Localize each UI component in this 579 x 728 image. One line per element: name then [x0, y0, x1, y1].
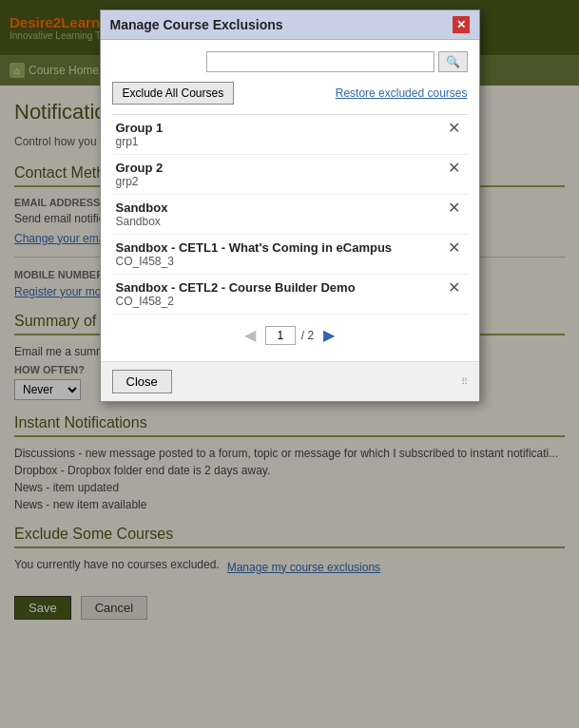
modal-search-input[interactable] [206, 51, 434, 72]
exclusion-remove-1-button[interactable]: ✕ [444, 161, 464, 176]
restore-link[interactable]: Restore excluded courses [336, 86, 468, 100]
modal-pagination: ◀ / 2 ▶ [112, 315, 468, 350]
modal-footer: Close ⠿ [101, 361, 479, 401]
exclusion-item-1-text: Group 2 grp2 [116, 161, 444, 188]
exclusion-item-4-text: Sandbox - CETL2 - Course Builder Demo CO… [116, 280, 444, 308]
modal-search-button[interactable]: 🔍 [438, 51, 468, 72]
page-total: / 2 [301, 329, 314, 342]
exclusion-item-2-id: Sandbox [116, 215, 444, 228]
modal-overlay: Manage Course Exclusions ✕ 🔍 Exclude All… [0, 0, 579, 728]
exclusion-item-4-name: Sandbox - CETL2 - Course Builder Demo [116, 280, 444, 295]
exclusion-item-0-text: Group 1 grp1 [116, 121, 444, 148]
exclusion-item-3-text: Sandbox - CETL1 - What's Coming in eCamp… [116, 240, 444, 268]
exclusion-item-3: Sandbox - CETL1 - What's Coming in eCamp… [112, 235, 468, 275]
exclusion-item-2: Sandbox Sandbox ✕ [112, 195, 468, 235]
exclusion-item-3-name: Sandbox - CETL1 - What's Coming in eCamp… [116, 240, 444, 255]
exclusion-item-2-name: Sandbox [116, 201, 444, 215]
modal-search-row: 🔍 [112, 51, 468, 72]
exclusion-item-3-id: CO_I458_3 [116, 255, 444, 268]
modal-title-bar: Manage Course Exclusions ✕ [101, 10, 479, 40]
exclusion-item-0-id: grp1 [116, 135, 444, 148]
exclusion-item-4-id: CO_I458_2 [116, 295, 444, 308]
modal-footer-inner: Close ⠿ [112, 370, 468, 393]
exclusion-list: Group 1 grp1 ✕ Group 2 grp2 ✕ Sandbox [112, 114, 468, 315]
modal-dialog: Manage Course Exclusions ✕ 🔍 Exclude All… [100, 10, 480, 402]
exclusion-item-2-text: Sandbox Sandbox [116, 201, 444, 228]
exclude-all-button[interactable]: Exclude All Courses [112, 82, 235, 105]
exclusion-remove-3-button[interactable]: ✕ [444, 240, 464, 256]
exclusion-remove-4-button[interactable]: ✕ [444, 280, 464, 296]
modal-title: Manage Course Exclusions [110, 17, 283, 32]
exclusion-item-1-id: grp2 [116, 175, 444, 188]
exclusion-item-1: Group 2 grp2 ✕ [112, 155, 468, 195]
exclusion-item-4: Sandbox - CETL2 - Course Builder Demo CO… [112, 275, 468, 315]
modal-close-x-button[interactable]: ✕ [453, 16, 470, 33]
resize-handle-icon: ⠿ [461, 376, 468, 387]
modal-close-button[interactable]: Close [112, 370, 172, 393]
exclusion-item-0-name: Group 1 [116, 121, 444, 135]
exclusion-item-0: Group 1 grp1 ✕ [112, 115, 468, 155]
modal-actions-row: Exclude All Courses Restore excluded cou… [112, 82, 468, 105]
exclusion-remove-0-button[interactable]: ✕ [444, 121, 464, 136]
exclusion-item-1-name: Group 2 [116, 161, 444, 175]
modal-body: 🔍 Exclude All Courses Restore excluded c… [101, 40, 479, 361]
current-page-input[interactable] [265, 326, 296, 345]
prev-page-button[interactable]: ◀ [241, 324, 260, 346]
exclusion-remove-2-button[interactable]: ✕ [444, 201, 464, 216]
next-page-button[interactable]: ▶ [319, 324, 338, 346]
